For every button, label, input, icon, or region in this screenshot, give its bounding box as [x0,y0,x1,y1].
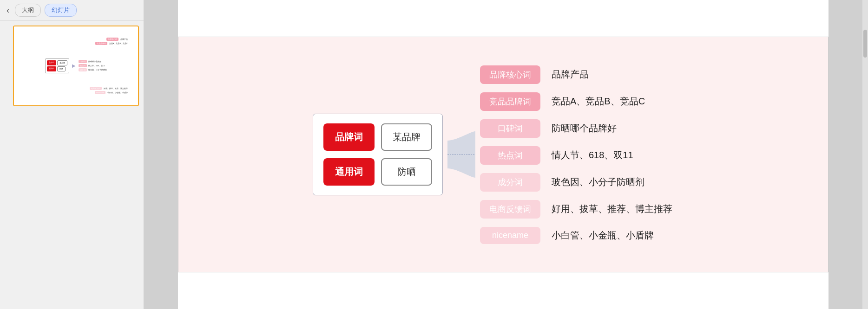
pink-tag-5: 电商反馈词 [480,200,540,219]
mini-r-text-6: 好用、拔草、推荐、博主推荐 [104,87,128,90]
mini-text-1: 品牌产品 [120,38,128,40]
mini-brand-name: 某品牌 [57,60,67,65]
box-row-2: 通用词 防晒 [323,158,432,186]
box-row-1: 品牌词 某品牌 [323,123,432,151]
row-text-5: 好用、拔草、推荐、博主推荐 [552,203,672,215]
row-text-3: 情人节、618、双11 [552,149,633,161]
pink-tag-3: 热点词 [480,146,540,165]
slide-panel: 1 品牌核心词 品牌产品 竞品品牌词 竞品A、竞品B、 [0,21,144,309]
mini-r-text-5: 玻色因、小分子防晒剂 [88,69,107,71]
arrow-connector [443,127,480,182]
pink-tag-0: 品牌核心词 [480,65,540,84]
mini-tag-1: 品牌核心词 [106,38,118,41]
row-text-4: 玻色因、小分子防晒剂 [552,176,644,188]
scrollbar-thumb[interactable] [863,30,867,58]
mini-arrow-icon: ▶ [72,63,76,68]
mini-r-text-4: 情人节、618、双11 [88,64,105,67]
mini-r-text-7: 小白管、小金瓶、小盾牌 [107,91,128,94]
right-row-6: nicename 小白管、小金瓶、小盾牌 [480,227,694,244]
slide-bottom-strip [178,272,829,309]
row-text-1: 竞品A、竞品B、竞品C [552,95,645,108]
general-word-button[interactable]: 通用词 [323,158,375,186]
right-list: 品牌核心词 品牌产品 竞品品牌词 竞品A、竞品B、竞品C 口碑词 防晒哪个品牌好 [480,65,694,244]
right-row-4: 成分词 玻色因、小分子防晒剂 [480,173,694,192]
row-text-2: 防晒哪个品牌好 [552,122,617,135]
mini-right-list: 口碑词 防晒哪个品牌好 热点词 情人节、618、双11 成分词 玻色因、小分子防… [79,60,107,71]
right-row-0: 品牌核心词 品牌产品 [480,65,694,84]
slide-top-strip [178,0,829,37]
brand-name-button[interactable]: 某品牌 [381,123,432,151]
mini-r-text-3: 防晒哪个品牌好 [88,60,101,63]
left-box-group: 品牌词 某品牌 通用词 防晒 [313,114,443,195]
mini-r-tag-5: 成分词 [79,68,87,71]
pink-tag-4: 成分词 [480,173,540,192]
tab-slides[interactable]: 幻灯片 [45,4,77,17]
mini-general-name: 防晒 [57,66,66,71]
mini-tag-2: 竞品品牌词 [95,42,107,45]
slide-thumbnail-item[interactable]: 品牌核心词 品牌产品 竞品品牌词 竞品A、竞品B、竞品C 品 [13,26,139,106]
mini-r-tag-7: nicename [95,91,105,94]
right-row-1: 竞品品牌词 竞品A、竞品B、竞品C [480,92,694,111]
right-row-3: 热点词 情人节、618、双11 [480,146,694,165]
arrow-svg [443,127,480,182]
row-text-6: 小白管、小金瓶、小盾牌 [552,229,654,242]
back-button[interactable]: ‹ [5,6,11,15]
mini-box-group: 品牌词 某品牌 通用词 防晒 [45,58,69,73]
row-text-0: 品牌产品 [552,68,589,81]
slide-main[interactable]: 品牌词 某品牌 通用词 防晒 [178,37,829,272]
mini-general-btn: 通用词 [47,66,56,71]
mini-r-tag-3: 口碑词 [79,60,87,63]
main-scrollbar[interactable] [862,0,868,309]
pink-tag-6: nicename [480,227,540,244]
slide-canvas-wrapper: 品牌词 某品牌 通用词 防晒 [144,0,862,309]
mini-text-2: 竞品A、竞品B、竞品C [109,42,128,45]
tab-outline[interactable]: 大纲 [15,4,41,17]
sunscreen-button[interactable]: 防晒 [381,158,432,186]
slide-content: 品牌词 某品牌 通用词 防晒 [248,65,759,244]
mini-brand-btn: 品牌词 [47,60,56,65]
pink-tag-1: 竞品品牌词 [480,92,540,111]
main-area: 品牌词 某品牌 通用词 防晒 [144,0,862,309]
slide-thumbnail: 品牌核心词 品牌产品 竞品品牌词 竞品A、竞品B、竞品C 品 [14,26,138,105]
sidebar-top-bar: ‹ 大纲 幻灯片 [0,0,144,21]
right-row-2: 口碑词 防晒哪个品牌好 [480,119,694,138]
sidebar: ‹ 大纲 幻灯片 1 品牌核心词 品牌产品 [0,0,144,309]
brand-word-button[interactable]: 品牌词 [323,123,375,151]
pink-tag-2: 口碑词 [480,119,540,138]
mini-r-tag-6: 电商反馈词 [90,87,102,90]
mini-r-tag-4: 热点词 [79,64,87,67]
right-row-5: 电商反馈词 好用、拔草、推荐、博主推荐 [480,200,694,219]
